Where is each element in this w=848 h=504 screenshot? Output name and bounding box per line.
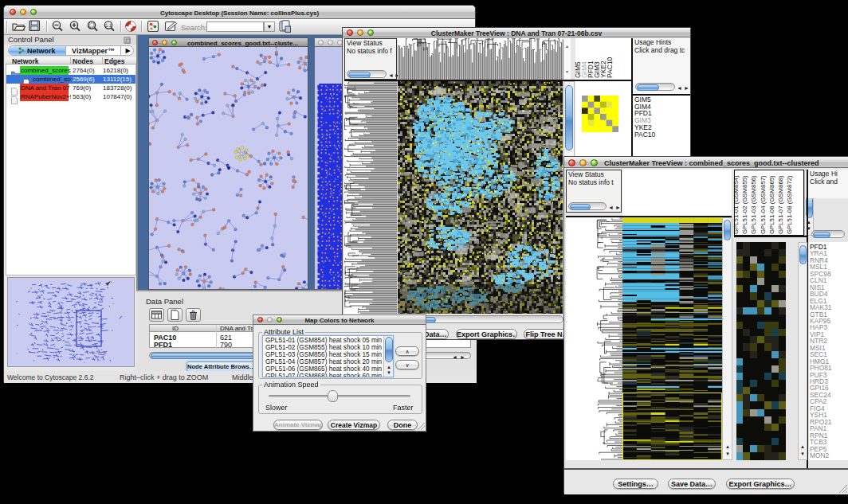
svg-text:1:1: 1:1 — [105, 23, 112, 28]
